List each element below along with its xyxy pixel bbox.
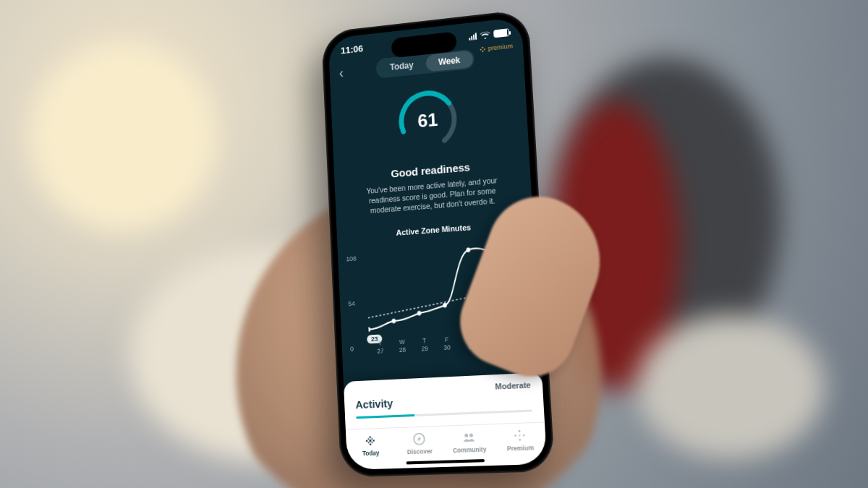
svg-point-1: [480, 48, 482, 50]
svg-point-22: [371, 441, 373, 442]
tab-label: Discover: [407, 447, 433, 455]
tab-today-bottom[interactable]: Today: [346, 432, 396, 470]
community-icon: [461, 429, 477, 445]
wifi-icon: [480, 30, 490, 39]
svg-point-7: [367, 326, 371, 331]
svg-point-19: [367, 438, 369, 440]
svg-point-29: [519, 438, 521, 440]
tab-label: Today: [362, 449, 380, 457]
svg-point-24: [464, 433, 468, 437]
premium-icon: [512, 427, 527, 442]
tab-bar: Today Discover Community Premium: [346, 421, 547, 470]
fitbit-icon: [363, 433, 378, 448]
back-icon[interactable]: ‹: [339, 64, 344, 81]
svg-point-3: [482, 50, 483, 51]
svg-point-15: [369, 436, 371, 438]
clock: 11:06: [341, 43, 364, 56]
svg-point-18: [373, 440, 375, 442]
svg-point-20: [371, 437, 373, 439]
y-tick: 0: [350, 345, 354, 352]
tab-today[interactable]: Today: [377, 55, 426, 77]
svg-point-25: [469, 433, 473, 437]
activity-card[interactable]: Moderate Activity: [344, 372, 545, 429]
svg-point-28: [523, 434, 525, 436]
tab-label: Community: [453, 445, 487, 454]
readiness-score: 61: [394, 84, 461, 155]
svg-point-14: [366, 440, 368, 442]
svg-point-10: [443, 302, 447, 307]
readiness-ring[interactable]: 61: [394, 84, 461, 155]
tab-label: Premium: [507, 444, 534, 453]
svg-point-17: [370, 443, 372, 445]
svg-point-8: [392, 318, 396, 323]
battery-icon: [493, 28, 509, 38]
svg-point-11: [466, 247, 470, 252]
svg-point-26: [519, 429, 521, 432]
cellular-icon: [469, 32, 477, 40]
svg-point-0: [482, 46, 483, 48]
y-tick: 54: [348, 299, 355, 307]
compass-icon: [412, 431, 426, 446]
svg-point-2: [484, 48, 485, 49]
activity-progress: [356, 409, 532, 419]
svg-point-21: [368, 442, 370, 443]
svg-point-30: [519, 435, 520, 436]
tab-premium[interactable]: Premium: [494, 427, 548, 465]
svg-point-16: [369, 439, 371, 441]
svg-point-27: [514, 435, 516, 437]
svg-point-9: [417, 310, 422, 315]
y-tick: 108: [346, 254, 357, 262]
